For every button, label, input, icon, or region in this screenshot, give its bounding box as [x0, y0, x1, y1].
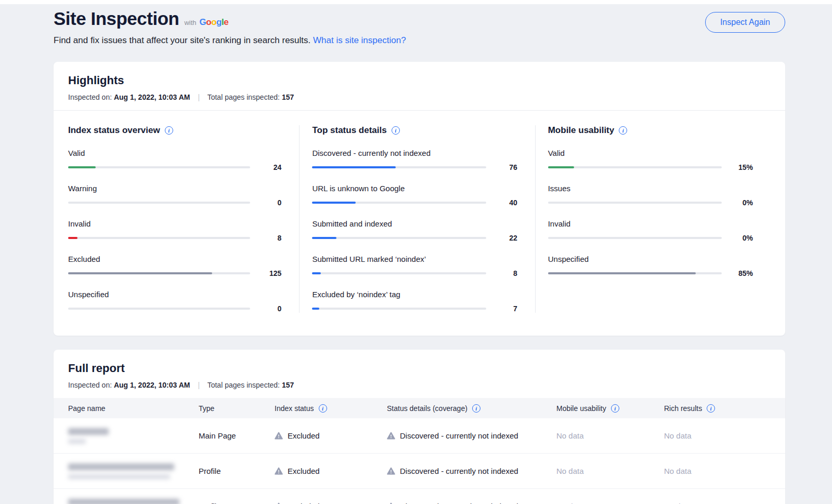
google-logo-letter: g: [216, 17, 222, 27]
column-title: Index status overviewi: [68, 125, 281, 136]
full-report-card: Full report Inspected on: Aug 1, 2022, 1…: [54, 350, 785, 504]
progress-fill: [548, 272, 696, 274]
meta-divider: |: [198, 381, 200, 389]
stat-label: Unspecified: [68, 290, 281, 299]
progress-track: [312, 237, 486, 239]
stat-bar-row: 22: [312, 234, 517, 242]
highlight-column: Mobile usabilityiValid15%Issues0%Invalid…: [535, 125, 771, 313]
column-title: Top status detailsi: [312, 125, 517, 136]
what-is-site-inspection-link[interactable]: What is site inspection?: [313, 35, 406, 45]
mobile-usability-cell: No data: [556, 467, 664, 475]
stat-label: Valid: [68, 149, 281, 157]
stat-value: 125: [259, 269, 281, 277]
redacted-page-subtitle: [68, 474, 170, 479]
stat-bar-row: 15%: [548, 163, 753, 171]
google-logo-letter: G: [200, 17, 206, 27]
column-header-label: Rich results: [664, 404, 702, 413]
status-label: Discovered - currently not indexed: [400, 502, 518, 504]
stat-label: Valid: [548, 149, 753, 157]
stat-label: Excluded: [68, 255, 281, 263]
status-label: Discovered - currently not indexed: [400, 431, 518, 440]
stat-value: 7: [496, 304, 517, 313]
table-row[interactable]: Main PageExcludedDiscovered - currently …: [54, 418, 785, 454]
page-title: Site Inspection: [54, 8, 179, 29]
stat-row: Discovered - currently not indexed76: [312, 149, 517, 171]
stat-label: Submitted and indexed: [312, 219, 517, 228]
column-title-text: Top status details: [312, 125, 386, 136]
stat-value: 40: [496, 198, 517, 207]
stat-value: 0%: [731, 198, 753, 207]
progress-fill: [68, 272, 212, 274]
progress-track: [312, 272, 486, 274]
progress-fill: [312, 237, 336, 239]
page-type-cell: Profile: [199, 467, 275, 475]
table-body: Main PageExcludedDiscovered - currently …: [54, 418, 785, 504]
progress-track: [548, 237, 722, 239]
mobile-usability-cell: No data: [556, 431, 664, 440]
stat-bar-row: 125: [68, 269, 281, 277]
stat-label: Discovered - currently not indexed: [312, 149, 517, 157]
title-row: Site Inspection with Google: [54, 8, 406, 29]
column-header-page-name: Page name: [68, 404, 199, 413]
stat-bar-row: 8: [68, 234, 281, 242]
stat-label: Invalid: [68, 219, 281, 228]
stat-row: Submitted and indexed22: [312, 219, 517, 242]
google-logo: Google: [200, 17, 229, 28]
page-name-cell: [68, 499, 199, 504]
total-pages-label: Total pages inspected:: [207, 93, 280, 101]
stat-value: 85%: [731, 269, 753, 277]
status-label: Excluded: [288, 467, 320, 475]
index-status-cell: Excluded: [275, 467, 387, 475]
progress-track: [68, 202, 250, 204]
status-details-cell: Discovered - currently not indexed: [387, 502, 556, 504]
highlights-card-header: Highlights Inspected on: Aug 1, 2022, 10…: [54, 62, 785, 111]
total-pages-label: Total pages inspected:: [207, 381, 280, 389]
column-title-text: Index status overview: [68, 125, 160, 136]
info-icon[interactable]: i: [165, 126, 173, 135]
info-icon[interactable]: i: [319, 404, 327, 413]
stat-label: Excluded by ‘noindex’ tag: [312, 290, 517, 299]
redacted-page-name: [68, 428, 109, 435]
progress-fill: [312, 308, 319, 310]
rich-results-cell: No data: [664, 467, 771, 475]
stat-bar-row: 24: [68, 163, 281, 171]
info-icon[interactable]: i: [707, 404, 715, 413]
stat-bar-row: 8: [312, 269, 517, 277]
progress-track: [548, 166, 722, 168]
table-row[interactable]: ProfileExcludedDiscovered - currently no…: [54, 454, 785, 489]
progress-track: [312, 166, 486, 168]
info-icon[interactable]: i: [472, 404, 480, 413]
stat-row: Excluded by ‘noindex’ tag7: [312, 290, 517, 313]
window-top-strip: [0, 0, 832, 4]
progress-track: [548, 202, 722, 204]
highlights-card: Highlights Inspected on: Aug 1, 2022, 10…: [54, 62, 785, 336]
warning-icon: [275, 467, 283, 475]
stat-label: Unspecified: [548, 255, 753, 263]
meta-divider: |: [198, 93, 200, 101]
stat-row: Valid24: [68, 149, 281, 171]
stat-value: 8: [259, 234, 281, 242]
total-pages-value: 157: [282, 381, 294, 389]
stat-row: Issues0%: [548, 184, 753, 207]
info-icon[interactable]: i: [392, 126, 400, 135]
page-type-cell: Main Page: [199, 431, 275, 440]
page-type-cell: Profile: [199, 502, 275, 504]
redacted-page-name: [68, 499, 179, 504]
inspect-again-button[interactable]: Inspect Again: [705, 12, 785, 33]
stat-row: Excluded125: [68, 255, 281, 277]
table-row[interactable]: ProfileExcludedDiscovered - currently no…: [54, 489, 785, 504]
progress-track: [68, 166, 250, 168]
mobile-usability-cell: No data: [556, 502, 664, 504]
highlight-column: Top status detailsiDiscovered - currentl…: [299, 125, 535, 313]
stat-value: 0: [259, 304, 281, 313]
info-icon[interactable]: i: [611, 404, 619, 413]
column-header-rich-results: Rich resultsi: [664, 404, 771, 413]
full-report-card-header: Full report Inspected on: Aug 1, 2022, 1…: [54, 350, 785, 398]
google-logo-letter: o: [211, 17, 216, 27]
stat-value: 24: [259, 163, 281, 171]
column-header-label: Index status: [275, 404, 314, 413]
page-name-cell: [68, 428, 199, 444]
redacted-page-subtitle: [68, 439, 86, 444]
info-icon[interactable]: i: [619, 126, 627, 135]
stat-label: Invalid: [548, 219, 753, 228]
